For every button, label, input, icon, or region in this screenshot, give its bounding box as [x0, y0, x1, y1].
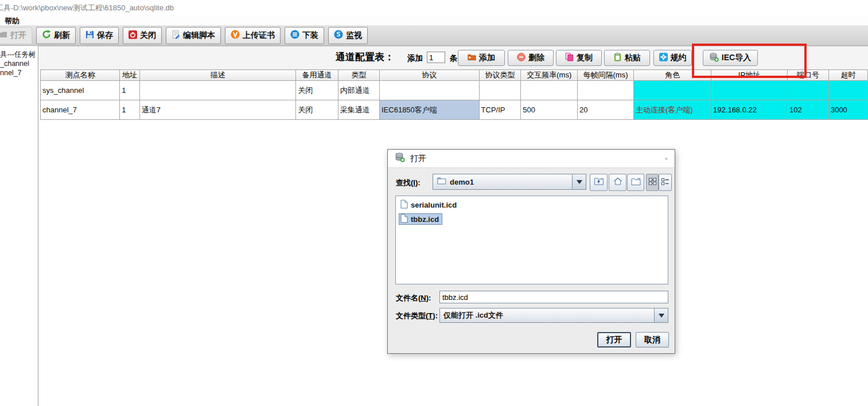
file-name-input[interactable] [439, 291, 668, 303]
cell[interactable] [633, 81, 711, 100]
chevron-down-icon[interactable] [572, 174, 586, 189]
delete-row-button[interactable]: 删除 [508, 50, 554, 66]
menu-help[interactable]: 帮助 [5, 16, 20, 26]
dialog-titlebar[interactable]: 打开 [388, 150, 675, 168]
cell[interactable]: 主动连接(客户端) [633, 100, 711, 120]
protocol-gear-icon [659, 53, 668, 63]
window-titlebar: 工具-D:\work\pbox\new测试工程\61850_auto\sqlit… [0, 0, 868, 15]
cell[interactable]: 102 [787, 100, 828, 120]
cell[interactable]: channel_7 [41, 100, 120, 120]
save-button[interactable]: 保存 [80, 27, 119, 44]
tree-item-channel-7[interactable]: nnel_7 [0, 69, 37, 77]
copy-row-button[interactable]: 复制 [556, 50, 602, 66]
cell[interactable] [479, 81, 521, 100]
new-folder-button[interactable] [627, 174, 644, 191]
open-file-dialog: 打开 查找(I): demo1 serialunit.icd tbbz.icd [387, 149, 675, 354]
cell[interactable]: TCP/IP [479, 100, 521, 120]
upload-cert-button[interactable]: 上传证书 [225, 27, 281, 44]
dialog-title: 打开 [410, 154, 426, 164]
col-header: 协议 [380, 70, 480, 81]
cell[interactable] [787, 81, 828, 100]
open-button[interactable]: 打开 [0, 27, 32, 44]
col-header: IP地址 [711, 70, 788, 81]
cell[interactable] [711, 81, 788, 100]
dialog-open-button[interactable]: 打开 [597, 332, 631, 348]
add-count-input[interactable] [427, 52, 445, 63]
cell[interactable]: 关闭 [296, 81, 338, 100]
cell[interactable]: 1 [120, 81, 140, 100]
folder-icon [437, 177, 446, 187]
tree-item-root[interactable]: 具---任务树 [0, 50, 37, 58]
main-toolbar: 打开 刷新 保存 关闭 编辑脚本 上传证书 下装 监视 [0, 25, 868, 46]
certificate-icon [231, 30, 240, 41]
add-folder-icon [468, 53, 476, 63]
panel-divider[interactable] [38, 46, 38, 406]
iec-import-button[interactable]: IEC导入 [703, 50, 758, 66]
unit-label: 条 [450, 53, 458, 64]
home-button[interactable] [609, 174, 626, 191]
list-view-button[interactable] [659, 174, 672, 191]
file-list[interactable]: serialunit.icd tbbz.icd [395, 196, 668, 284]
monitor-icon [334, 30, 343, 41]
close-button[interactable]: 关闭 [123, 27, 162, 44]
look-in-combobox[interactable]: demo1 [433, 174, 586, 190]
cell[interactable]: 3000 [828, 100, 867, 120]
look-in-value: demo1 [450, 178, 474, 186]
tree-item-sys-channel[interactable]: _channel [0, 60, 37, 68]
look-in-label: 查找(I): [396, 178, 421, 188]
channel-config-toolbar: 通道配置表： 添加 条 添加 删除 复制 粘贴 规约 IEC导入 [39, 46, 868, 69]
grid-view-button[interactable] [646, 174, 659, 191]
paste-icon [613, 53, 622, 63]
col-header: 超时 [828, 70, 867, 81]
window-title: 工具-D:\work\pbox\new测试工程\61850_auto\sqlit… [0, 0, 174, 13]
save-icon [85, 30, 94, 41]
open-icon [0, 30, 7, 41]
edit-script-button[interactable]: 编辑脚本 [166, 27, 221, 44]
table-row: channel_7 1 通道7 关闭 采集通道 IEC61850客户端 TCP/… [41, 100, 868, 120]
download-button[interactable]: 下装 [285, 27, 324, 44]
cell[interactable] [828, 81, 867, 100]
home-icon [613, 177, 623, 188]
add-count-label: 添加 [407, 53, 423, 64]
col-header: 每帧间隔(ms) [578, 70, 634, 81]
paste-row-button[interactable]: 粘贴 [604, 50, 650, 66]
cell[interactable] [578, 81, 634, 100]
cell[interactable]: 采集通道 [338, 100, 379, 120]
grid-view-icon [648, 177, 657, 188]
cell[interactable]: 1 [120, 100, 140, 120]
cell[interactable]: 关闭 [296, 100, 338, 120]
cell[interactable]: 20 [578, 100, 634, 120]
col-header: 描述 [139, 70, 295, 81]
file-type-combobox[interactable]: 仅能打开 .icd文件 [439, 308, 668, 323]
file-icon [400, 200, 408, 210]
add-row-button[interactable]: 添加 [458, 50, 505, 66]
cell-selected[interactable]: IEC61850客户端 [380, 100, 480, 120]
monitor-button[interactable]: 监视 [328, 27, 368, 44]
protocol-button[interactable]: 规约 [653, 50, 692, 66]
close-icon[interactable] [657, 154, 668, 164]
cell[interactable]: 通道7 [139, 100, 295, 120]
cell[interactable] [139, 81, 295, 100]
up-level-button[interactable] [590, 174, 608, 191]
channel-config-table: 测点名称 地址 描述 备用通道 类型 协议 协议类型 交互频率(ms) 每帧间隔… [40, 69, 868, 120]
file-item[interactable]: serialunit.icd [399, 199, 460, 210]
cell[interactable]: 内部通道 [338, 81, 379, 100]
power-close-icon [129, 30, 137, 41]
refresh-button[interactable]: 刷新 [36, 27, 76, 44]
cell[interactable] [521, 81, 578, 100]
copy-icon [565, 53, 574, 63]
up-folder-icon [594, 177, 604, 188]
dialog-cancel-button[interactable]: 取消 [636, 332, 669, 348]
file-type-value: 仅能打开 .icd文件 [443, 310, 503, 321]
chevron-down-icon[interactable] [654, 309, 668, 322]
cell[interactable]: 192.168.0.22 [711, 100, 788, 120]
col-header: 类型 [338, 70, 379, 81]
file-item-selected[interactable]: tbbz.icd [399, 213, 442, 225]
cell[interactable] [380, 81, 480, 100]
cell[interactable]: 500 [521, 100, 578, 120]
new-folder-icon [631, 177, 641, 188]
cell[interactable]: sys_channel [41, 81, 120, 100]
database-import-icon [388, 153, 405, 165]
col-header: 交互频率(ms) [521, 70, 578, 81]
col-header: 备用通道 [296, 70, 338, 81]
